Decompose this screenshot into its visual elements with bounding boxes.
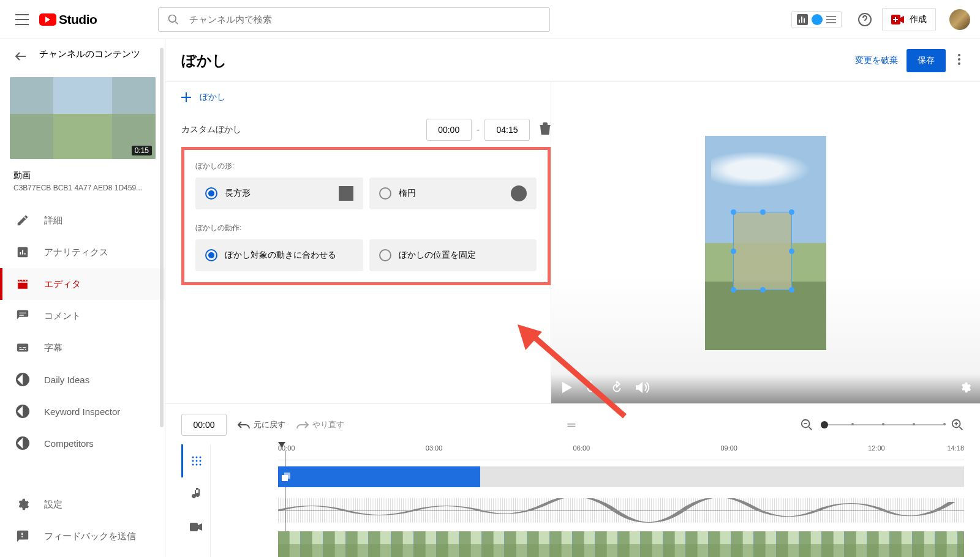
blur-start-time-input[interactable]: 00:00 xyxy=(426,119,472,141)
content-area: ぼかし 変更を破棄 保存 ぼかし カスタムぼかし 00:00 xyxy=(165,39,980,557)
gear-icon xyxy=(959,381,971,394)
search-input[interactable] xyxy=(189,14,541,24)
shape-rect-label: 長方形 xyxy=(225,188,251,199)
resize-handle-ml[interactable] xyxy=(731,249,736,254)
resize-handle-bc[interactable] xyxy=(760,287,766,293)
behavior-fixed-option[interactable]: ぼかしの位置を固定 xyxy=(369,239,537,271)
redo-label: やり直す xyxy=(312,419,344,430)
help-icon xyxy=(858,12,872,27)
extension-circle-icon xyxy=(16,436,29,450)
svg-point-11 xyxy=(196,457,198,458)
blur-settings-panel: ぼかし カスタムぼかし 00:00 - 04:15 ぼかしの形: xyxy=(165,82,551,403)
analytics-badge-icon xyxy=(797,14,808,25)
help-button[interactable] xyxy=(853,7,877,32)
nav-details[interactable]: 詳細 xyxy=(0,204,165,236)
video-meta-subtitle: C3B77ECB BCB1 4A77 AED8 1D459... xyxy=(13,184,151,192)
nav-comments[interactable]: コメント xyxy=(0,300,165,332)
svg-point-5 xyxy=(958,54,960,56)
more-menu-button[interactable] xyxy=(954,50,964,71)
video-camera-icon xyxy=(190,523,202,531)
nav-settings[interactable]: 設定 xyxy=(0,488,165,520)
resize-handle-br[interactable] xyxy=(789,287,794,293)
svg-point-12 xyxy=(200,457,202,458)
video-meta-title: 動画 xyxy=(13,170,151,181)
resize-handle-bl[interactable] xyxy=(731,287,736,293)
search-icon xyxy=(167,13,179,26)
resize-handle-mr[interactable] xyxy=(789,249,794,254)
hamburger-menu-button[interactable] xyxy=(10,7,34,32)
nav-editor[interactable]: エディタ xyxy=(0,268,165,300)
forward-button[interactable] xyxy=(610,381,624,397)
video-thumbnail[interactable]: 0:15 xyxy=(10,77,156,159)
zoom-out-icon[interactable] xyxy=(800,418,813,432)
discard-changes-button[interactable]: 変更を破棄 xyxy=(855,55,898,66)
play-icon xyxy=(562,382,572,393)
search-box[interactable] xyxy=(158,7,550,32)
nav-subtitles[interactable]: 字幕 xyxy=(0,332,165,364)
blur-segment[interactable] xyxy=(278,466,480,487)
extension-circle-icon xyxy=(16,373,29,386)
nav-label: エディタ xyxy=(44,278,81,290)
svg-point-15 xyxy=(200,460,202,462)
panel-drag-handle[interactable]: ═ xyxy=(355,419,789,432)
timeline-ruler[interactable]: 00:00 03:00 06:00 09:00 12:00 14:18 xyxy=(278,444,964,460)
search-container xyxy=(158,7,791,32)
extension-badges[interactable] xyxy=(791,11,842,28)
behavior-track-option[interactable]: ぼかし対象の動きに合わせる xyxy=(195,239,363,271)
delete-blur-button[interactable] xyxy=(540,122,551,137)
volume-button[interactable] xyxy=(636,381,649,396)
behavior-section-label: ぼかしの動作: xyxy=(195,223,537,233)
logo-text: Studio xyxy=(59,12,97,27)
sidebar-scrollbar[interactable] xyxy=(160,48,164,427)
add-blur-button[interactable]: ぼかし xyxy=(181,92,551,103)
zoom-in-icon[interactable] xyxy=(951,418,964,432)
zoom-slider[interactable] xyxy=(821,424,943,425)
blur-region[interactable] xyxy=(733,212,792,290)
account-avatar[interactable] xyxy=(949,9,970,30)
ruler-mark: 06:00 xyxy=(573,444,590,452)
create-video-icon xyxy=(891,15,905,24)
preview-settings-button[interactable] xyxy=(959,381,971,396)
svg-point-7 xyxy=(958,62,960,65)
radio-unselected-icon xyxy=(379,187,391,200)
resize-handle-tl[interactable] xyxy=(731,209,736,215)
zoom-slider-thumb[interactable] xyxy=(821,421,828,428)
redo-button[interactable]: やり直す xyxy=(296,419,344,430)
shape-rectangle-option[interactable]: 長方形 xyxy=(195,178,363,209)
replay-icon xyxy=(584,381,598,394)
nav-analytics[interactable]: アナリティクス xyxy=(0,236,165,268)
save-button[interactable]: 保存 xyxy=(907,49,946,72)
video-track-button[interactable] xyxy=(181,510,210,544)
video-track-lane[interactable] xyxy=(278,531,964,557)
play-button[interactable] xyxy=(562,382,572,395)
svg-rect-21 xyxy=(284,473,290,479)
resize-handle-tr[interactable] xyxy=(789,209,794,215)
clapper-icon xyxy=(16,277,29,291)
blur-track-lane[interactable] xyxy=(278,466,964,487)
svg-point-0 xyxy=(169,15,176,22)
nav-label: 詳細 xyxy=(44,215,62,226)
time-separator: - xyxy=(477,124,480,135)
undo-button[interactable]: 元に戻す xyxy=(238,419,285,430)
back-button[interactable] xyxy=(13,49,28,66)
timeline-current-time[interactable]: 00:00 xyxy=(181,414,227,436)
create-button[interactable]: 作成 xyxy=(882,8,936,31)
shape-ellipse-option[interactable]: 楕円 xyxy=(369,178,537,209)
blur-track-button[interactable] xyxy=(181,444,210,477)
audio-track-lane[interactable] xyxy=(278,498,964,523)
nav-label: フィードバックを送信 xyxy=(44,531,136,542)
studio-logo[interactable]: Studio xyxy=(39,12,97,27)
audio-track-button[interactable] xyxy=(181,477,210,510)
page-header: ぼかし 変更を破棄 保存 xyxy=(165,39,980,82)
blur-grid-icon xyxy=(191,455,202,466)
redo-icon xyxy=(296,421,309,429)
rewind-button[interactable] xyxy=(584,381,598,397)
nav-keyword-inspector[interactable]: Keyword Inspector xyxy=(0,395,165,427)
nav-competitors[interactable]: Competitors xyxy=(0,427,165,459)
resize-handle-tc[interactable] xyxy=(760,209,766,215)
nav-feedback[interactable]: フィードバックを送信 xyxy=(0,520,165,552)
preview-canvas[interactable] xyxy=(705,136,826,350)
svg-point-10 xyxy=(192,457,194,458)
nav-daily-ideas[interactable]: Daily Ideas xyxy=(0,364,165,395)
blur-end-time-input[interactable]: 04:15 xyxy=(484,119,530,141)
